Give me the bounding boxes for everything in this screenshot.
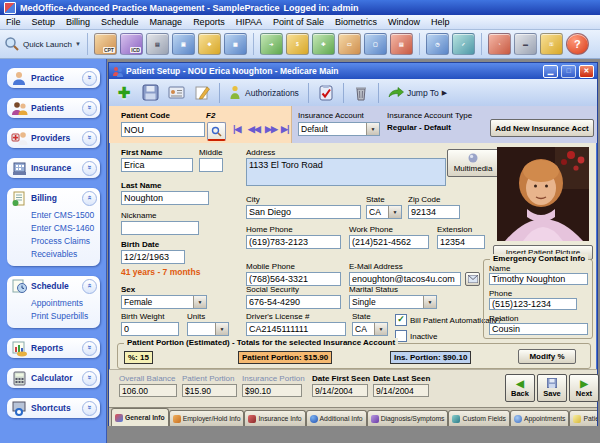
jump-to-button[interactable]: Jump To ▶ xyxy=(385,82,450,104)
add-patient-button[interactable]: ✚ xyxy=(113,82,135,104)
sidebar-item-enter-cms-1460[interactable]: Enter CMS-1460 xyxy=(31,222,98,235)
email-send-button[interactable] xyxy=(465,272,480,286)
sidebar-item-appointments[interactable]: Appointments xyxy=(31,297,98,310)
payments-icon[interactable]: ✚ xyxy=(312,33,335,55)
sidebar-header-providers[interactable]: Providers » xyxy=(7,128,100,148)
chevron-down-icon[interactable]: » xyxy=(82,71,97,86)
back-button[interactable]: ◀Back xyxy=(505,374,535,402)
sidebar-item-process-claims[interactable]: Process Claims xyxy=(31,235,98,248)
birth-weight-input[interactable] xyxy=(121,322,179,336)
report-time-icon[interactable]: ◷ xyxy=(426,33,449,55)
sidebar-header-billing[interactable]: Billing » xyxy=(7,188,100,208)
statistics-icon[interactable]: ◔ xyxy=(488,33,511,55)
emergency-name-input[interactable] xyxy=(489,273,588,285)
previous-record-button[interactable]: ◀◀ xyxy=(248,124,260,134)
save-patient-button[interactable] xyxy=(139,82,161,104)
save-button[interactable]: Save xyxy=(537,374,567,402)
chevron-down-icon[interactable]: » xyxy=(82,401,97,416)
sidebar-header-calculator[interactable]: Calculator » xyxy=(7,368,100,388)
address-input[interactable] xyxy=(246,158,446,186)
sex-select[interactable]: Female▼ xyxy=(121,295,207,309)
cpt-codes-icon[interactable]: CPT xyxy=(94,33,117,55)
chevron-down-icon[interactable]: » xyxy=(82,341,97,356)
tab-diagnosis-symptoms[interactable]: Diagnosis/Symptoms xyxy=(367,410,449,426)
next-record-button[interactable]: ▶▶ xyxy=(265,124,277,134)
certificate-icon[interactable]: ❖ xyxy=(198,33,221,55)
next-button[interactable]: ▶Next xyxy=(569,374,599,402)
multimedia-button[interactable]: Multimedia xyxy=(447,149,499,177)
patient-folder-icon[interactable]: ▭ xyxy=(338,33,361,55)
chevron-down-icon[interactable]: » xyxy=(82,161,97,176)
menu-manage[interactable]: Manage xyxy=(150,17,183,27)
provider-report-icon[interactable]: ▤ xyxy=(390,33,413,55)
sidebar-header-reports[interactable]: Reports » xyxy=(7,338,100,358)
chevron-down-icon[interactable]: » xyxy=(82,131,97,146)
menu-help[interactable]: Help xyxy=(431,17,450,27)
delete-patient-button[interactable] xyxy=(350,82,372,104)
security-lock-icon[interactable]: ⚿ xyxy=(540,33,563,55)
close-button[interactable]: ✕ xyxy=(579,65,594,78)
sidebar-header-insurance[interactable]: Insurance » xyxy=(7,158,100,178)
menu-reports[interactable]: Reports xyxy=(193,17,225,27)
zip-code-input[interactable] xyxy=(408,205,460,219)
icd-codes-icon[interactable]: ICD xyxy=(120,33,143,55)
license-state-select[interactable]: CA▼ xyxy=(352,322,388,336)
practice-office-icon[interactable]: ▦ xyxy=(224,33,247,55)
sidebar-item-enter-cms-1500[interactable]: Enter CMS-1500 xyxy=(31,209,98,222)
nickname-input[interactable] xyxy=(121,221,199,235)
report-audit-icon[interactable]: ✓ xyxy=(452,33,475,55)
middle-name-input[interactable] xyxy=(199,158,223,172)
billing-terminal-icon[interactable]: ▢ xyxy=(364,33,387,55)
tab-general-info[interactable]: General Info xyxy=(111,408,169,426)
units-select[interactable]: ▼ xyxy=(187,322,229,336)
eligibility-check-button[interactable] xyxy=(315,82,337,104)
help-icon[interactable]: ? xyxy=(566,33,589,55)
drivers-license-input[interactable] xyxy=(246,322,346,336)
menu-hipaa[interactable]: HIPAA xyxy=(236,17,262,27)
menu-window[interactable]: Window xyxy=(388,17,420,27)
first-name-input[interactable] xyxy=(121,158,193,172)
sidebar-item-receivables[interactable]: Receivables xyxy=(31,248,98,261)
sidebar-header-patients[interactable]: Patients » xyxy=(7,98,100,118)
home-phone-input[interactable] xyxy=(246,235,341,249)
chevron-down-icon[interactable]: » xyxy=(82,101,97,116)
chevron-up-icon[interactable]: » xyxy=(82,191,97,206)
emergency-phone-input[interactable] xyxy=(489,298,577,310)
sidebar-header-schedule[interactable]: Schedule » xyxy=(7,276,100,296)
patient-card-icon[interactable]: ▤ xyxy=(146,33,169,55)
tab-insurance-info[interactable]: Insurance Info xyxy=(244,410,305,426)
patient-card-button[interactable] xyxy=(165,82,187,104)
last-name-input[interactable] xyxy=(121,191,209,205)
first-record-button[interactable]: |◀ xyxy=(233,124,240,134)
tab-additional-info[interactable]: Additional Info xyxy=(306,410,367,426)
authorizations-button[interactable]: Authorizations xyxy=(226,82,302,104)
extension-input[interactable] xyxy=(437,235,485,249)
mobile-phone-input[interactable] xyxy=(246,272,341,286)
last-record-button[interactable]: ▶| xyxy=(281,124,288,134)
city-input[interactable] xyxy=(246,205,361,219)
workstation-icon[interactable]: ▣ xyxy=(172,33,195,55)
menu-biometrics[interactable]: Biometrics xyxy=(335,17,377,27)
inactive-checkbox[interactable]: Inactive xyxy=(395,330,438,342)
edit-patient-button[interactable] xyxy=(191,82,213,104)
sidebar-item-print-superbills[interactable]: Print Superbills xyxy=(31,310,98,323)
tab-appointments[interactable]: Appointments xyxy=(510,410,570,426)
claims-send-icon[interactable]: ➔ xyxy=(260,33,283,55)
patient-search-button[interactable] xyxy=(207,122,226,141)
menu-file[interactable]: File xyxy=(6,17,21,27)
monitor-icon[interactable]: ▬ xyxy=(514,33,537,55)
sidebar-header-shortcuts[interactable]: Shortcuts » xyxy=(7,398,100,418)
menu-setup[interactable]: Setup xyxy=(32,17,56,27)
insurance-account-select[interactable]: Default▼ xyxy=(298,122,380,136)
patient-window-titlebar[interactable]: Patient Setup - NOU Erica Noughton - Med… xyxy=(109,63,597,79)
marital-status-select[interactable]: Single▼ xyxy=(349,295,437,309)
tab-patient-notes[interactable]: Patient Notes xyxy=(569,410,597,426)
chevron-down-icon[interactable]: » xyxy=(82,371,97,386)
patient-code-input[interactable] xyxy=(121,122,205,137)
minimize-button[interactable]: ▁ xyxy=(543,65,558,78)
tab-employer-hold-info[interactable]: Employer/Hold Info xyxy=(169,410,245,426)
charges-icon[interactable]: $ xyxy=(286,33,309,55)
emergency-relation-input[interactable] xyxy=(489,323,588,335)
chevron-up-icon[interactable]: » xyxy=(82,279,97,294)
menu-point-of-sale[interactable]: Point of Sale xyxy=(273,17,324,27)
